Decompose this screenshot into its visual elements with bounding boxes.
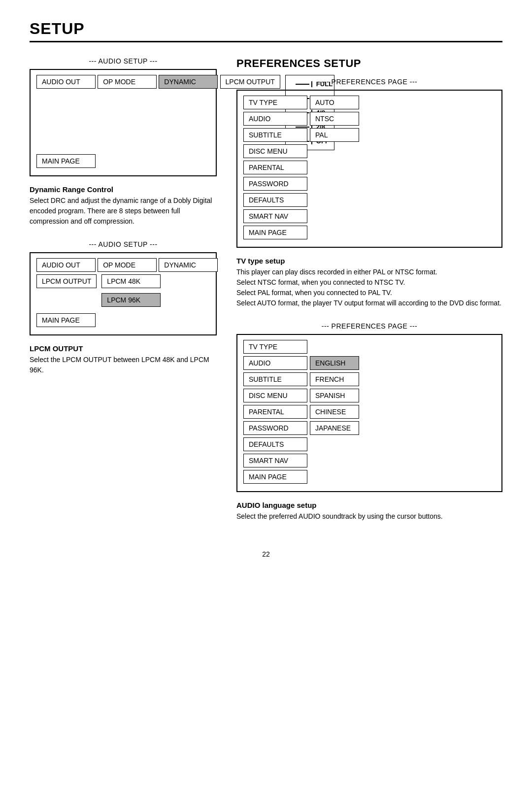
lpcm-48k-btn[interactable]: LPCM 48K [101, 274, 161, 288]
prefs-label-1: --- PREFERENCES PAGE --- [236, 78, 502, 86]
pref-row-mainpage-2: MAIN PAGE [243, 470, 496, 484]
tv-type-value-1[interactable]: AUTO [310, 96, 359, 109]
pref-row-defaults-1: DEFAULTS [243, 193, 496, 207]
main-page-pref-1[interactable]: MAIN PAGE [243, 226, 307, 239]
audio-panel-2: AUDIO OUT OP MODE DYNAMIC LPCM OUTPUT LP… [30, 252, 217, 335]
page-number: 22 [30, 550, 502, 558]
dynamic-item-2[interactable]: DYNAMIC [159, 258, 218, 272]
prefs-label-2: --- PREFERENCES PAGE --- [236, 322, 502, 330]
pref-row-password-2: PASSWORD JAPANESE [243, 421, 496, 435]
disc-menu-spanish-item[interactable]: SPANISH [310, 389, 359, 402]
tv-type-item-1[interactable]: TV TYPE [243, 96, 307, 109]
dynamic-item-1[interactable]: DYNAMIC [159, 75, 218, 89]
left-column: --- AUDIO SETUP --- AUDIO OUT OP MODE DY… [30, 57, 217, 535]
lpcm-title: LPCM OUTPUT [30, 344, 217, 353]
lpcm-desc: LPCM OUTPUT Select the LPCM OUTPUT betwe… [30, 344, 217, 375]
smart-nav-item-2[interactable]: SMART NAV [243, 454, 307, 467]
lpcm-text: Select the LPCM OUTPUT between LPCM 48K … [30, 355, 217, 375]
tv-type-desc: TV type setup This player can play discs… [236, 257, 502, 308]
pref-row-discmenu-2: DISC MENU SPANISH [243, 389, 496, 402]
pref-row-audio-1: AUDIO NTSC [243, 112, 496, 126]
audio-item-1[interactable]: AUDIO [243, 112, 307, 126]
pref-row-discmenu-1: DISC MENU [243, 144, 496, 158]
tv-type-text: This player can play discs recorded in e… [236, 267, 502, 308]
pref-row-smartnav-2: SMART NAV [243, 454, 496, 467]
prefs-panel-2: TV TYPE AUDIO ENGLISH SUBTITLE FRENCH DI… [236, 334, 502, 492]
audio-out-item-2[interactable]: AUDIO OUT [36, 258, 96, 272]
main-page-btn-1[interactable]: MAIN PAGE [36, 154, 96, 168]
audio-item-2[interactable]: AUDIO [243, 356, 307, 370]
dynamic-range-title: Dynamic Range Control [30, 185, 217, 194]
audio-lang-desc: AUDIO language setup Select the preferre… [236, 501, 502, 522]
parental-item-1[interactable]: PARENTAL [243, 161, 307, 174]
defaults-item-2[interactable]: DEFAULTS [243, 437, 307, 451]
audio-english-item[interactable]: ENGLISH [310, 356, 359, 370]
audio-menu-2: AUDIO OUT OP MODE DYNAMIC LPCM OUTPUT LP… [36, 258, 218, 309]
audio-lang-title: AUDIO language setup [236, 501, 502, 509]
defaults-item-1[interactable]: DEFAULTS [243, 193, 307, 207]
page-title: SETUP [30, 20, 502, 42]
audio-panel-1: AUDIO OUT OP MODE DYNAMIC LPCM OUTPUT FU… [30, 69, 217, 176]
password-item-1[interactable]: PASSWORD [243, 177, 307, 191]
tv-type-title: TV type setup [236, 257, 502, 265]
dynamic-range-text: Select DRC and adjust the dynamic range … [30, 196, 217, 227]
audio-out-item-1[interactable]: AUDIO OUT [36, 75, 96, 89]
pref-row-tvtype-2: TV TYPE [243, 340, 496, 354]
pref-row-subtitle-1: SUBTITLE PAL [243, 128, 496, 142]
subtitle-french-item[interactable]: FRENCH [310, 372, 359, 386]
lpcm-options: LPCM 48K LPCM 96K [101, 274, 161, 309]
subtitle-value-1[interactable]: PAL [310, 128, 359, 142]
parental-chinese-item[interactable]: CHINESE [310, 405, 359, 419]
password-item-2[interactable]: PASSWORD [243, 421, 307, 435]
pref-row-parental-1: PARENTAL [243, 161, 496, 174]
password-japanese-item[interactable]: JAPANESE [310, 421, 359, 435]
pref-row-subtitle-2: SUBTITLE FRENCH [243, 372, 496, 386]
pref-row-parental-2: PARENTAL CHINESE [243, 405, 496, 419]
lpcm-output-item-2[interactable]: LPCM OUTPUT [36, 274, 97, 288]
disc-menu-item-1[interactable]: DISC MENU [243, 144, 307, 158]
lpcm-96k-btn[interactable]: LPCM 96K [101, 293, 161, 307]
preferences-title: PREFERENCES SETUP [236, 57, 502, 70]
parental-item-2[interactable]: PARENTAL [243, 405, 307, 419]
disc-menu-item-2[interactable]: DISC MENU [243, 389, 307, 402]
pref-row-mainpage-1: MAIN PAGE [243, 226, 496, 239]
pref-row-audio-2: AUDIO ENGLISH [243, 356, 496, 370]
pref-row-smartnav-1: SMART NAV [243, 209, 496, 223]
audio-setup-label-1: --- AUDIO SETUP --- [30, 57, 217, 65]
smart-nav-item-1[interactable]: SMART NAV [243, 209, 307, 223]
audio-value-1[interactable]: NTSC [310, 112, 359, 126]
main-page-pref-2[interactable]: MAIN PAGE [243, 470, 307, 484]
tv-type-item-2[interactable]: TV TYPE [243, 340, 307, 354]
right-column: PREFERENCES SETUP --- PREFERENCES PAGE -… [236, 57, 502, 535]
pref-row-defaults-2: DEFAULTS [243, 437, 496, 451]
pref-row-password-1: PASSWORD [243, 177, 496, 191]
audio-lang-text: Select the preferred AUDIO soundtrack by… [236, 511, 502, 522]
dynamic-range-desc: Dynamic Range Control Select DRC and adj… [30, 185, 217, 227]
op-mode-item-2[interactable]: OP MODE [98, 258, 157, 272]
op-mode-item-1[interactable]: OP MODE [98, 75, 157, 89]
prefs-panel-1: TV TYPE AUTO AUDIO NTSC SUBTITLE PAL DIS… [236, 90, 502, 248]
subtitle-item-2[interactable]: SUBTITLE [243, 372, 307, 386]
pref-row-tvtype-1: TV TYPE AUTO [243, 96, 496, 109]
main-page-btn-2[interactable]: MAIN PAGE [36, 313, 96, 327]
subtitle-item-1[interactable]: SUBTITLE [243, 128, 307, 142]
audio-setup-label-2: --- AUDIO SETUP --- [30, 240, 217, 248]
